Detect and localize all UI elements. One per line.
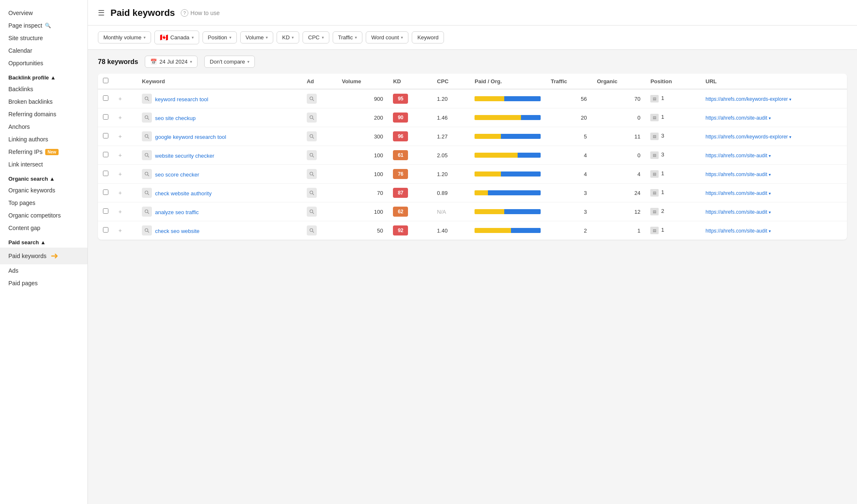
keyword-search-icon[interactable] (142, 225, 152, 235)
keyword-link[interactable]: check seo website (155, 228, 200, 234)
add-keyword-icon[interactable]: + (118, 189, 122, 196)
url-link[interactable]: https://ahrefs.com/site-audit ▾ (706, 228, 771, 234)
row-checkbox[interactable] (103, 114, 108, 120)
position-filter[interactable]: Position ▾ (203, 31, 237, 43)
th-position[interactable]: Position (645, 74, 700, 89)
dropdown-arrow-icon: ▾ (769, 154, 771, 158)
keyword-search-icon[interactable] (142, 94, 152, 104)
traffic-filter[interactable]: Traffic ▾ (333, 31, 362, 43)
row-checkbox[interactable] (103, 152, 108, 157)
country-filter[interactable]: 🇨🇦 Canada ▾ (154, 31, 199, 44)
keyword-link[interactable]: seo site checkup (155, 115, 196, 121)
sidebar-item-referring-ips[interactable]: Referring IPs New (0, 146, 87, 158)
sidebar-item-organic-keywords[interactable]: Organic keywords (0, 184, 87, 197)
url-link[interactable]: https://ahrefs.com/site-audit ▾ (706, 190, 771, 196)
row-organic-cell: 0 (592, 108, 645, 127)
url-link[interactable]: https://ahrefs.com/keywords-explorer ▾ (706, 134, 791, 140)
add-keyword-icon[interactable]: + (118, 227, 122, 234)
keyword-search-icon[interactable] (142, 113, 152, 123)
ad-icon (307, 150, 317, 160)
page-icon: ▤ (650, 208, 659, 215)
sidebar-item-top-pages[interactable]: Top pages (0, 197, 87, 209)
keyword-link[interactable]: website security checker (155, 153, 215, 159)
sidebar-item-overview[interactable]: Overview (0, 7, 87, 19)
date-picker-button[interactable]: 📅 24 Jul 2024 ▾ (145, 56, 198, 68)
sidebar-item-referring-domains[interactable]: Referring domains (0, 108, 87, 120)
row-volume-cell: 100 (337, 202, 388, 221)
th-paid-org[interactable]: Paid / Org. (470, 74, 546, 89)
th-organic[interactable]: Organic (592, 74, 645, 89)
th-keyword[interactable]: Keyword (137, 74, 302, 89)
keyword-link[interactable]: analyze seo traffic (155, 209, 199, 215)
sidebar-item-linking-authors[interactable]: Linking authors (0, 133, 87, 146)
row-checkbox[interactable] (103, 133, 108, 138)
dropdown-arrow-icon: ▾ (769, 210, 771, 215)
keyword-link[interactable]: check website authority (155, 190, 212, 197)
url-link[interactable]: https://ahrefs.com/site-audit ▾ (706, 115, 771, 121)
sidebar-item-anchors[interactable]: Anchors (0, 120, 87, 133)
select-all-checkbox[interactable] (103, 78, 108, 83)
row-paid-org-cell (470, 221, 546, 240)
th-traffic[interactable]: Traffic (546, 74, 592, 89)
kd-badge: 90 (393, 113, 408, 123)
row-checkbox[interactable] (103, 189, 108, 195)
add-keyword-icon[interactable]: + (118, 133, 122, 140)
sidebar-item-paid-pages[interactable]: Paid pages (0, 277, 87, 289)
monthly-volume-filter[interactable]: Monthly volume ▾ (98, 31, 151, 43)
keyword-filter[interactable]: Keyword (412, 31, 444, 43)
add-keyword-icon[interactable]: + (118, 208, 122, 215)
row-keyword-cell: analyze seo traffic (137, 202, 302, 221)
url-link[interactable]: https://ahrefs.com/site-audit ▾ (706, 153, 771, 159)
th-volume[interactable]: Volume (337, 74, 388, 89)
url-link[interactable]: https://ahrefs.com/site-audit ▾ (706, 209, 771, 215)
row-organic-cell: 1 (592, 221, 645, 240)
cpc-filter[interactable]: CPC ▾ (303, 31, 329, 43)
sidebar-item-ads[interactable]: Ads (0, 264, 87, 277)
sidebar-item-site-structure[interactable]: Site structure (0, 32, 87, 44)
keyword-search-icon[interactable] (142, 188, 152, 198)
sidebar-item-content-gap[interactable]: Content gap (0, 222, 87, 234)
sidebar-item-page-inspect[interactable]: Page inspect 🔍 (0, 19, 87, 32)
keyword-link[interactable]: google keyword research tool (155, 134, 226, 140)
row-ad-cell (302, 89, 337, 108)
sidebar-item-opportunities[interactable]: Opportunities (0, 57, 87, 69)
sidebar-item-broken-backlinks[interactable]: Broken backlinks (0, 95, 87, 108)
add-keyword-icon[interactable]: + (118, 152, 122, 159)
sidebar-item-backlinks[interactable]: Backlinks (0, 83, 87, 95)
row-checkbox[interactable] (103, 171, 108, 176)
sidebar-item-paid-keywords[interactable]: Paid keywords ➜ (0, 248, 87, 264)
compare-button[interactable]: Don't compare ▾ (204, 56, 255, 68)
hamburger-icon[interactable]: ☰ (98, 8, 105, 18)
row-keyword-cell: google keyword research tool (137, 127, 302, 146)
volume-filter[interactable]: Volume ▾ (240, 31, 273, 43)
svg-line-27 (313, 212, 314, 214)
url-link[interactable]: https://ahrefs.com/site-audit ▾ (706, 171, 771, 177)
th-kd[interactable]: KD (388, 74, 432, 89)
url-link[interactable]: https://ahrefs.com/keywords-explorer ▾ (706, 96, 791, 102)
sidebar-item-link-intersect[interactable]: Link intersect (0, 158, 87, 171)
row-checkbox[interactable] (103, 227, 108, 233)
keyword-search-icon[interactable] (142, 131, 152, 141)
add-keyword-icon[interactable]: + (118, 114, 122, 121)
sidebar-section-backlink: Backlink profile ▲ (0, 69, 87, 83)
row-ad-cell (302, 221, 337, 240)
th-ad[interactable]: Ad (302, 74, 337, 89)
th-cpc[interactable]: CPC (432, 74, 470, 89)
row-checkbox[interactable] (103, 95, 108, 101)
sidebar-item-calendar[interactable]: Calendar (0, 44, 87, 57)
kd-filter[interactable]: KD ▾ (277, 31, 299, 43)
svg-point-12 (145, 154, 148, 156)
keyword-search-icon[interactable] (142, 207, 152, 217)
row-url-cell: https://ahrefs.com/keywords-explorer ▾ (700, 127, 847, 146)
keyword-link[interactable]: keyword research tool (155, 96, 208, 102)
how-to-use-link[interactable]: ? How to use (181, 9, 220, 17)
keyword-search-icon[interactable] (142, 169, 152, 179)
sidebar-item-organic-competitors[interactable]: Organic competitors (0, 209, 87, 222)
row-checkbox[interactable] (103, 208, 108, 214)
keyword-link[interactable]: seo score checker (155, 171, 200, 178)
add-keyword-icon[interactable]: + (118, 171, 122, 177)
add-keyword-icon[interactable]: + (118, 95, 122, 102)
row-add-cell: + (113, 89, 137, 108)
keyword-search-icon[interactable] (142, 150, 152, 160)
word-count-filter[interactable]: Word count ▾ (366, 31, 408, 43)
